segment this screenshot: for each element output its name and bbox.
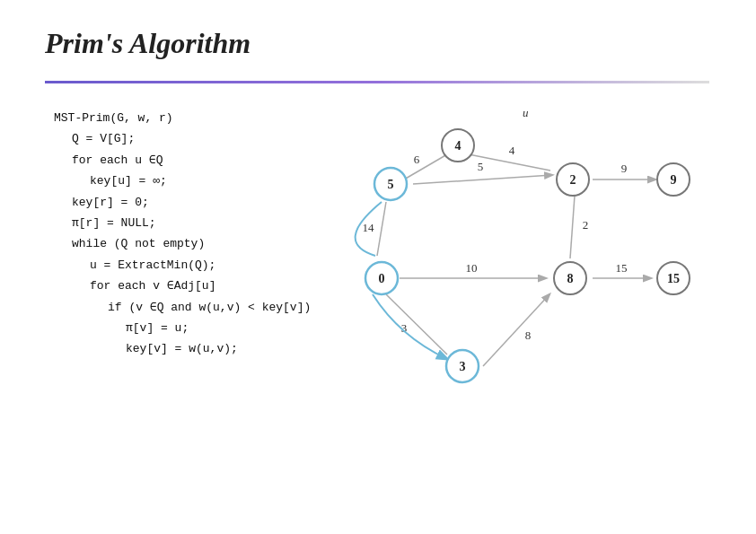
svg-text:9: 9 xyxy=(621,162,628,175)
code-line-8: u = ExtractMin(Q); xyxy=(54,255,311,276)
svg-line-10 xyxy=(377,202,386,256)
svg-text:3: 3 xyxy=(460,360,466,373)
code-line-1: MST-Prim(G, w, r) xyxy=(54,108,311,128)
svg-text:4: 4 xyxy=(455,139,462,153)
code-line-9: for each v ∈Adj[u] xyxy=(54,276,311,296)
code-block: MST-Prim(G, w, r) Q = V[G]; for each u ∈… xyxy=(54,108,311,360)
svg-line-16 xyxy=(386,294,447,355)
page-title: Prim's Algorithm xyxy=(45,27,251,60)
code-line-3: for each u ∈Q xyxy=(54,150,311,171)
svg-text:8: 8 xyxy=(567,272,574,285)
code-line-12: key[v] = w(u,v); xyxy=(54,338,311,359)
svg-text:10: 10 xyxy=(466,261,478,275)
svg-text:2: 2 xyxy=(570,173,576,187)
svg-line-2 xyxy=(413,175,552,184)
svg-text:9: 9 xyxy=(671,173,677,187)
code-line-11: π[v] = u; xyxy=(54,318,311,338)
code-line-4: key[u] = ∞; xyxy=(54,171,311,191)
code-line-6: π[r] = NULL; xyxy=(54,213,311,233)
svg-text:14: 14 xyxy=(363,221,375,234)
svg-text:5: 5 xyxy=(478,160,484,173)
code-line-7: while (Q not empty) xyxy=(54,233,311,254)
svg-line-0 xyxy=(404,154,447,179)
svg-text:0: 0 xyxy=(379,272,385,285)
svg-text:u: u xyxy=(523,106,529,119)
code-line-10: if (v ∈Q and w(u,v) < key[v]) xyxy=(54,297,311,318)
svg-text:15: 15 xyxy=(616,261,628,275)
svg-text:6: 6 xyxy=(414,153,420,166)
svg-text:2: 2 xyxy=(583,218,589,232)
svg-text:5: 5 xyxy=(388,178,394,191)
graph-area: 6 5 4 9 2 14 10 15 3 8 xyxy=(296,90,727,422)
svg-text:8: 8 xyxy=(525,328,532,342)
code-line-5: key[r] = 0; xyxy=(54,192,311,213)
svg-line-8 xyxy=(570,196,575,258)
svg-line-18 xyxy=(483,294,549,366)
svg-text:4: 4 xyxy=(509,144,515,157)
title-divider xyxy=(45,81,709,83)
svg-text:15: 15 xyxy=(667,272,680,285)
code-line-2: Q = V[G]; xyxy=(54,128,311,149)
